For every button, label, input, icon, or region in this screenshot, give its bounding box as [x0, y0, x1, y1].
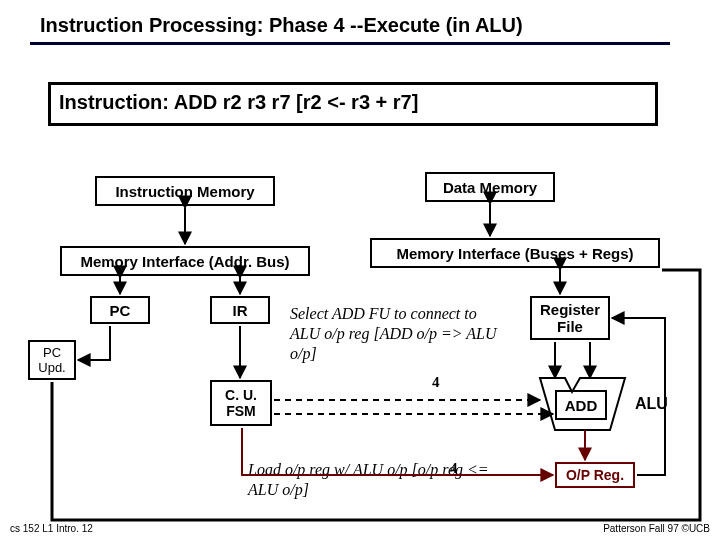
page-title: Instruction Processing: Phase 4 --Execut…	[40, 14, 523, 37]
alu-label: ALU	[635, 395, 668, 413]
title-underline	[30, 42, 670, 45]
step-label-b: 4	[450, 460, 458, 477]
footer-left: cs 152 L1 Intro. 12	[10, 523, 93, 534]
data-memory-block: Data Memory	[425, 172, 555, 202]
memory-interface-right-block: Memory Interface (Buses + Regs)	[370, 238, 660, 268]
instruction-box: Instruction: ADD r2 r3 r7 [r2 <- r3 + r7…	[48, 82, 658, 126]
select-fu-annotation: Select ADD FU to connect to ALU o/p reg …	[290, 304, 500, 364]
cu-fsm-block: C. U. FSM	[210, 380, 272, 426]
pc-block: PC	[90, 296, 150, 324]
memory-interface-left-block: Memory Interface (Addr. Bus)	[60, 246, 310, 276]
pc-update-block: PC Upd.	[28, 340, 76, 380]
load-reg-annotation: Load o/p reg w/ ALU o/p [o/p reg <= ALU …	[248, 460, 508, 500]
register-file-block: Register File	[530, 296, 610, 340]
op-reg-block: O/P Reg.	[555, 462, 635, 488]
add-block: ADD	[555, 390, 607, 420]
ir-block: IR	[210, 296, 270, 324]
step-label-a: 4	[432, 374, 440, 391]
instruction-memory-block: Instruction Memory	[95, 176, 275, 206]
footer-right: Patterson Fall 97 ©UCB	[603, 523, 710, 534]
